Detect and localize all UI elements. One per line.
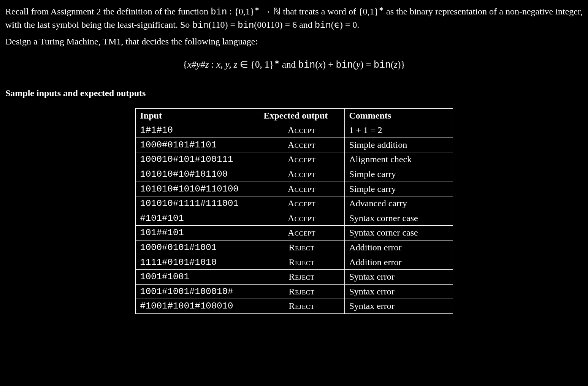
cell-comment: Addition error — [344, 255, 453, 270]
text: { — [183, 59, 187, 70]
cell-input: 101##101 — [135, 226, 259, 240]
cell-output: Accept — [259, 226, 344, 240]
fn-bin: bin — [211, 7, 227, 17]
table-row: 1#1#10Accept1 + 1 = 2 — [135, 123, 453, 138]
cell-output: Reject — [259, 284, 344, 299]
table-row: #1001#1001#100010RejectSyntax error — [135, 299, 453, 314]
kleene-star: ∗ — [379, 5, 384, 13]
cell-input: 1111#0101#1010 — [135, 255, 259, 270]
cell-comment: Simple carry — [344, 182, 453, 196]
cell-input: #101#101 — [135, 211, 259, 226]
var: x — [319, 59, 323, 70]
cell-comment: Addition error — [344, 240, 453, 255]
cell-comment: Syntax corner case — [344, 226, 453, 240]
text: ( — [353, 59, 356, 70]
cell-output: Accept — [259, 167, 344, 182]
cell-input: #1001#1001#100010 — [135, 299, 259, 314]
text: (ϵ) = 0. — [331, 20, 360, 30]
fn-bin: bin — [374, 60, 391, 71]
text: → ℕ that treats a word of {0,1} — [260, 6, 379, 16]
text: : {0,1} — [227, 6, 254, 16]
table-row: 1111#0101#1010RejectAddition error — [135, 255, 453, 270]
fn-bin: bin — [315, 20, 331, 30]
cell-comment: Syntax corner case — [344, 211, 453, 226]
kleene-star: ∗ — [274, 58, 280, 66]
table-row: #101#101AcceptSyntax corner case — [135, 211, 453, 226]
section-title: Sample inputs and expected outputs — [5, 87, 583, 100]
header-comment: Comments — [344, 108, 453, 123]
table-row: 1000#0101#1001RejectAddition error — [135, 240, 453, 255]
table-row: 101010#1111#111001AcceptAdvanced carry — [135, 196, 453, 211]
cell-comment: Syntax error — [344, 284, 453, 299]
table-row: 101010#10#101100AcceptSimple carry — [135, 167, 453, 182]
language-definition: {x#y#z : x, y, z ∈ {0, 1}∗ and bin(x) + … — [5, 57, 583, 72]
cell-output: Reject — [259, 270, 344, 285]
text: (00110) = 6 and — [254, 20, 314, 30]
text: Recall from Assignment 2 the definition … — [5, 6, 211, 16]
var: y — [356, 59, 360, 70]
cell-output: Accept — [259, 211, 344, 226]
table-row: 101##101AcceptSyntax corner case — [135, 226, 453, 240]
paragraph-2: Design a Turing Machine, TM1, that decid… — [5, 35, 583, 48]
table-row: 1000#0101#1101AcceptSimple addition — [135, 138, 453, 152]
table-row: 1001#1001RejectSyntax error — [135, 270, 453, 285]
header-input: Input — [135, 108, 259, 123]
cell-output: Accept — [259, 196, 344, 211]
table-row: 101010#1010#110100AcceptSimple carry — [135, 182, 453, 196]
cell-input: 101010#1111#111001 — [135, 196, 259, 211]
cell-input: 100010#101#100111 — [135, 152, 259, 167]
cell-comment: 1 + 1 = 2 — [344, 123, 453, 138]
cell-comment: Simple addition — [344, 138, 453, 152]
cell-input: 1#1#10 — [135, 123, 259, 138]
cell-comment: Syntax error — [344, 270, 453, 285]
cell-comment: Syntax error — [344, 299, 453, 314]
fn-bin: bin — [298, 60, 315, 71]
cell-input: 1001#1001#100010# — [135, 284, 259, 299]
text: ) = — [360, 59, 374, 70]
text: ∈ {0, 1} — [238, 59, 274, 70]
text: ) + — [323, 59, 336, 70]
text: ( — [315, 59, 318, 70]
samples-table: Input Expected output Comments 1#1#10Acc… — [135, 108, 453, 314]
cell-input: 1000#0101#1101 — [135, 138, 259, 152]
var: z — [394, 59, 398, 70]
table-row: 100010#101#100111AcceptAlignment check — [135, 152, 453, 167]
cell-comment: Advanced carry — [344, 196, 453, 211]
cell-output: Accept — [259, 138, 344, 152]
paragraph-1: Recall from Assignment 2 the definition … — [5, 5, 583, 32]
var: x, y, z — [216, 59, 238, 70]
table-header-row: Input Expected output Comments — [135, 108, 453, 123]
var: x#y#z — [187, 59, 209, 70]
cell-output: Reject — [259, 240, 344, 255]
cell-output: Accept — [259, 182, 344, 196]
cell-comment: Alignment check — [344, 152, 453, 167]
header-output: Expected output — [259, 108, 344, 123]
cell-input: 1001#1001 — [135, 270, 259, 285]
text: (110) = — [208, 20, 238, 30]
table-row: 1001#1001#100010#RejectSyntax error — [135, 284, 453, 299]
cell-output: Reject — [259, 299, 344, 314]
cell-input: 101010#1010#110100 — [135, 182, 259, 196]
text: and — [280, 59, 298, 70]
text: )} — [398, 59, 405, 70]
cell-output: Accept — [259, 152, 344, 167]
text: : — [209, 59, 216, 70]
fn-bin: bin — [238, 20, 254, 30]
cell-input: 101010#10#101100 — [135, 167, 259, 182]
fn-bin: bin — [192, 20, 208, 30]
problem-statement: Recall from Assignment 2 the definition … — [0, 0, 588, 321]
fn-bin: bin — [336, 60, 353, 71]
cell-output: Reject — [259, 255, 344, 270]
cell-comment: Simple carry — [344, 167, 453, 182]
cell-output: Accept — [259, 123, 344, 138]
cell-input: 1000#0101#1001 — [135, 240, 259, 255]
kleene-star: ∗ — [254, 5, 260, 13]
